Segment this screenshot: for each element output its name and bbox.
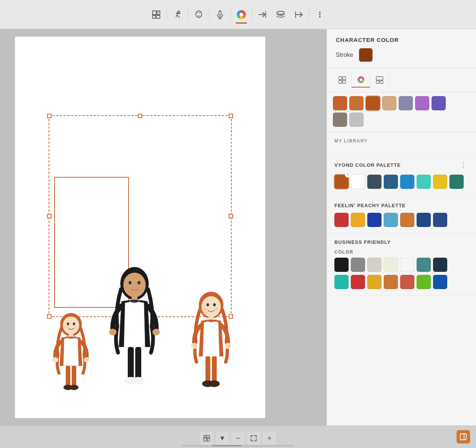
svg-rect-67 (460, 434, 466, 440)
stroke-color-swatch[interactable] (359, 48, 373, 62)
biz-swatch-5[interactable] (417, 258, 431, 272)
tab-swatches[interactable] (370, 73, 389, 88)
handle-tr[interactable] (229, 114, 233, 118)
svg-rect-6 (219, 11, 221, 15)
svg-point-53 (208, 380, 220, 387)
peachy-swatch-1[interactable] (351, 213, 365, 227)
panel-content[interactable]: MY LIBRARY VYOND COLOR PALETTE ⋮ × (327, 132, 476, 426)
vyond-swatch-6[interactable] (433, 175, 447, 189)
plus-btn[interactable]: + (263, 432, 276, 445)
color-wheel-icon[interactable] (234, 7, 249, 22)
divider-5 (252, 9, 252, 21)
swatch-partial-6[interactable] (415, 96, 429, 110)
face-icon[interactable] (191, 7, 206, 22)
vyond-palette-menu-btn[interactable]: ⋮ (458, 160, 469, 170)
swatch-partial-4[interactable] (382, 96, 396, 110)
peachy-swatch-0[interactable] (334, 213, 349, 227)
svg-point-42 (201, 296, 221, 317)
my-library-section: MY LIBRARY (327, 132, 476, 154)
vyond-swatch-grid: × (334, 175, 469, 190)
svg-point-12 (277, 11, 284, 14)
peachy-swatch-2[interactable] (367, 213, 381, 227)
swatch-partial-1[interactable] (333, 96, 347, 110)
swatch-partial-5[interactable] (399, 96, 413, 110)
peachy-swatch-6[interactable] (433, 213, 447, 227)
swatch-partial-2[interactable] (349, 96, 364, 110)
expand-btn[interactable] (247, 432, 260, 445)
biz-swatch-3[interactable] (384, 258, 398, 272)
panel-toggle-btn[interactable] (457, 430, 470, 444)
swatch-gray-2[interactable] (349, 113, 364, 127)
svg-rect-27 (72, 366, 76, 386)
svg-rect-60 (376, 77, 383, 80)
peachy-swatch-5[interactable] (417, 213, 431, 227)
svg-point-24 (52, 357, 58, 362)
character-right[interactable] (183, 283, 239, 403)
svg-point-36 (152, 329, 160, 335)
handle-tl[interactable] (47, 114, 52, 118)
svg-point-14 (319, 12, 321, 13)
character-middle[interactable] (101, 261, 168, 403)
more-icon[interactable] (312, 7, 327, 22)
vyond-swatch-3[interactable] (384, 175, 398, 189)
my-library-title: MY LIBRARY (334, 138, 469, 144)
svg-rect-2 (152, 15, 155, 18)
svg-point-40 (132, 377, 145, 384)
run-icon[interactable] (170, 7, 185, 22)
svg-point-16 (319, 16, 321, 18)
biz-swatch-11[interactable] (400, 275, 414, 289)
peachy-swatch-4[interactable] (400, 213, 414, 227)
layout-icon[interactable] (149, 7, 164, 22)
swatch-x-btn[interactable]: × (345, 172, 351, 178)
biz-swatch-13[interactable] (433, 275, 447, 289)
peachy-swatch-3[interactable] (384, 213, 398, 227)
swatch-wrapper-selected: × (334, 175, 349, 190)
grid-bottom-btn[interactable] (200, 432, 213, 445)
biz-swatch-9[interactable] (367, 275, 381, 289)
exit-icon[interactable] (291, 7, 306, 22)
vyond-swatch-4[interactable] (400, 175, 414, 189)
slide-container[interactable] (15, 37, 265, 418)
biz-swatch-2[interactable] (367, 258, 381, 272)
swatch-partial-3[interactable] (366, 96, 380, 110)
handle-ml[interactable] (47, 214, 52, 218)
svg-rect-61 (376, 81, 379, 83)
mic-icon[interactable] (213, 7, 228, 22)
arrow-down-btn[interactable]: ▼ (216, 432, 229, 445)
biz-swatch-12[interactable] (417, 275, 431, 289)
biz-swatch-8[interactable] (351, 275, 365, 289)
svg-point-48 (191, 343, 198, 349)
biz-swatch-0[interactable] (334, 258, 349, 272)
tab-palette[interactable] (352, 73, 370, 88)
biz-swatch-4[interactable] (400, 258, 414, 272)
svg-point-33 (137, 281, 140, 285)
bottom-scrollbar[interactable] (182, 445, 294, 447)
characters-area (15, 37, 265, 418)
swatch-partial-7[interactable] (432, 96, 446, 110)
business-palette-name: BUSINESS FRIENDLY (334, 239, 391, 245)
peachy-palette-section: FEELIN' PEACHY PALETTE (327, 197, 476, 233)
minus-btn[interactable]: − (231, 432, 245, 445)
layers-icon[interactable] (273, 7, 288, 22)
svg-point-31 (123, 273, 146, 297)
handle-tm[interactable] (138, 114, 142, 118)
biz-swatch-7[interactable] (334, 275, 349, 289)
tab-grid[interactable] (333, 73, 352, 88)
peachy-palette-name: FEELIN' PEACHY PALETTE (334, 203, 406, 208)
vyond-swatch-2[interactable] (367, 175, 381, 189)
svg-point-29 (69, 385, 78, 390)
character-small-left[interactable] (45, 306, 97, 403)
biz-swatch-1[interactable] (351, 258, 365, 272)
color-grid-top (327, 92, 476, 132)
enter-icon[interactable] (255, 7, 270, 22)
svg-rect-56 (339, 80, 342, 83)
swatch-gray-1[interactable] (333, 113, 347, 127)
handle-mr[interactable] (229, 214, 233, 218)
vyond-palette-section: VYOND COLOR PALETTE ⋮ × (327, 154, 476, 197)
vyond-swatch-7[interactable] (449, 175, 464, 189)
biz-swatch-10[interactable] (384, 275, 398, 289)
svg-rect-62 (380, 81, 383, 83)
vyond-swatch-5[interactable] (417, 175, 431, 189)
vyond-swatch-1[interactable] (351, 175, 365, 189)
biz-swatch-6[interactable] (433, 258, 447, 272)
